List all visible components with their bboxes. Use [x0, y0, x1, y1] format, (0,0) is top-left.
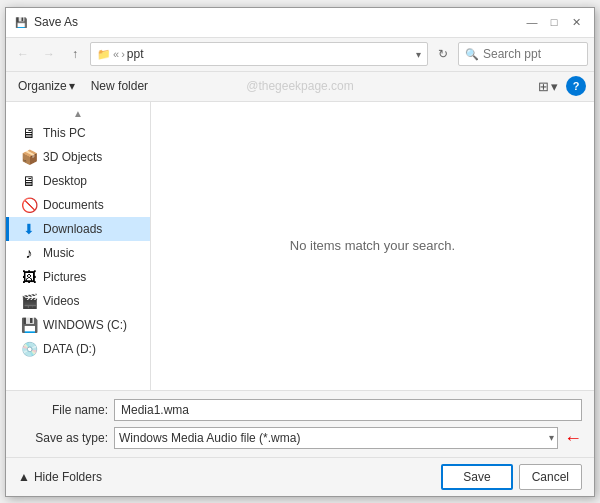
address-bar: ← → ↑ 📁 « › ppt ▾ ↻ 🔍 — [6, 38, 594, 72]
sidebar-item-this-pc[interactable]: 🖥 This PC — [6, 121, 150, 145]
title-bar-controls: — □ ✕ — [522, 12, 586, 32]
help-button[interactable]: ? — [566, 76, 586, 96]
view-arrow: ▾ — [551, 79, 558, 94]
organize-label: Organize — [18, 79, 67, 93]
breadcrumb-root: « — [113, 48, 119, 60]
data-d-label: DATA (D:) — [43, 342, 96, 356]
dialog-title: Save As — [34, 15, 78, 29]
title-bar-left: 💾 Save As — [14, 15, 78, 29]
sidebar-item-videos[interactable]: 🎬 Videos — [6, 289, 150, 313]
main-content: ▲ 🖥 This PC 📦 3D Objects 🖥 Desktop 🚫 Doc… — [6, 102, 594, 390]
hide-folders-label: Hide Folders — [34, 470, 102, 484]
sidebar-item-music[interactable]: ♪ Music — [6, 241, 150, 265]
save-button[interactable]: Save — [441, 464, 512, 490]
search-box: 🔍 — [458, 42, 588, 66]
back-button[interactable]: ← — [12, 43, 34, 65]
savetype-select[interactable]: Windows Media Audio file (*.wma)MP3 Audi… — [114, 427, 558, 449]
hide-folders-arrow: ▲ — [18, 470, 30, 484]
no-items-message: No items match your search. — [290, 238, 455, 253]
sidebar-item-3d-objects[interactable]: 📦 3D Objects — [6, 145, 150, 169]
watermark-text: @thegeekpage.com — [246, 79, 354, 93]
filename-row: File name: — [18, 399, 582, 421]
downloads-label: Downloads — [43, 222, 102, 236]
windows-c-label: WINDOWS (C:) — [43, 318, 127, 332]
breadcrumb-current: ppt — [127, 47, 144, 61]
toolbar: Organize ▾ New folder @thegeekpage.com ⊞… — [6, 72, 594, 102]
windows-c-icon: 💾 — [21, 317, 37, 333]
cancel-button[interactable]: Cancel — [519, 464, 582, 490]
videos-icon: 🎬 — [21, 293, 37, 309]
downloads-icon: ⬇ — [21, 221, 37, 237]
savetype-label: Save as type: — [18, 431, 108, 445]
view-button[interactable]: ⊞ ▾ — [534, 77, 562, 96]
savetype-select-wrapper: Windows Media Audio file (*.wma)MP3 Audi… — [114, 427, 558, 449]
breadcrumb-folder-icon: 📁 — [97, 48, 111, 61]
view-icon: ⊞ — [538, 79, 549, 94]
documents-icon: 🚫 — [21, 197, 37, 213]
dialog-icon: 💾 — [14, 15, 28, 29]
breadcrumb-dropdown-icon[interactable]: ▾ — [416, 49, 421, 60]
up-button[interactable]: ↑ — [64, 43, 86, 65]
3d-objects-label: 3D Objects — [43, 150, 102, 164]
music-label: Music — [43, 246, 74, 260]
music-icon: ♪ — [21, 245, 37, 261]
toolbar-right: ⊞ ▾ ? — [534, 76, 586, 96]
search-icon: 🔍 — [465, 48, 479, 61]
hide-folders-button[interactable]: ▲ Hide Folders — [18, 470, 102, 484]
organize-arrow: ▾ — [69, 79, 75, 93]
sidebar-item-documents[interactable]: 🚫 Documents — [6, 193, 150, 217]
organize-button[interactable]: Organize ▾ — [14, 77, 79, 95]
this-pc-icon: 🖥 — [21, 125, 37, 141]
sidebar: ▲ 🖥 This PC 📦 3D Objects 🖥 Desktop 🚫 Doc… — [6, 102, 151, 390]
close-button[interactable]: ✕ — [566, 12, 586, 32]
desktop-label: Desktop — [43, 174, 87, 188]
sidebar-item-data-d[interactable]: 💿 DATA (D:) — [6, 337, 150, 361]
minimize-button[interactable]: — — [522, 12, 542, 32]
bottom-bar: ▲ Hide Folders Save Cancel — [6, 457, 594, 496]
title-bar: 💾 Save As — □ ✕ — [6, 8, 594, 38]
save-as-dialog: 💾 Save As — □ ✕ ← → ↑ 📁 « › ppt ▾ ↻ 🔍 O — [5, 7, 595, 497]
arrow-indicator: ← — [564, 429, 582, 447]
filename-label: File name: — [18, 403, 108, 417]
new-folder-label: New folder — [91, 79, 148, 93]
sidebar-item-windows-c[interactable]: 💾 WINDOWS (C:) — [6, 313, 150, 337]
sidebar-item-downloads[interactable]: ⬇ Downloads — [6, 217, 150, 241]
pictures-icon: 🖼 — [21, 269, 37, 285]
desktop-icon: 🖥 — [21, 173, 37, 189]
savetype-row: Save as type: Windows Media Audio file (… — [18, 427, 582, 449]
sidebar-scroll-up: ▲ — [6, 106, 150, 121]
search-input[interactable] — [483, 47, 573, 61]
pictures-label: Pictures — [43, 270, 86, 284]
data-d-icon: 💿 — [21, 341, 37, 357]
forward-button[interactable]: → — [38, 43, 60, 65]
breadcrumb-arrow: › — [121, 48, 125, 60]
breadcrumb-bar: 📁 « › ppt ▾ — [90, 42, 428, 66]
this-pc-label: This PC — [43, 126, 86, 140]
new-folder-button[interactable]: New folder — [87, 77, 152, 95]
filename-input[interactable] — [114, 399, 582, 421]
file-area: No items match your search. — [151, 102, 594, 390]
action-buttons: Save Cancel — [441, 464, 582, 490]
sidebar-item-desktop[interactable]: 🖥 Desktop — [6, 169, 150, 193]
sidebar-item-pictures[interactable]: 🖼 Pictures — [6, 265, 150, 289]
videos-label: Videos — [43, 294, 79, 308]
toolbar-left: Organize ▾ New folder — [14, 77, 152, 95]
3d-objects-icon: 📦 — [21, 149, 37, 165]
maximize-button[interactable]: □ — [544, 12, 564, 32]
footer: File name: Save as type: Windows Media A… — [6, 390, 594, 457]
refresh-button[interactable]: ↻ — [432, 43, 454, 65]
documents-label: Documents — [43, 198, 104, 212]
